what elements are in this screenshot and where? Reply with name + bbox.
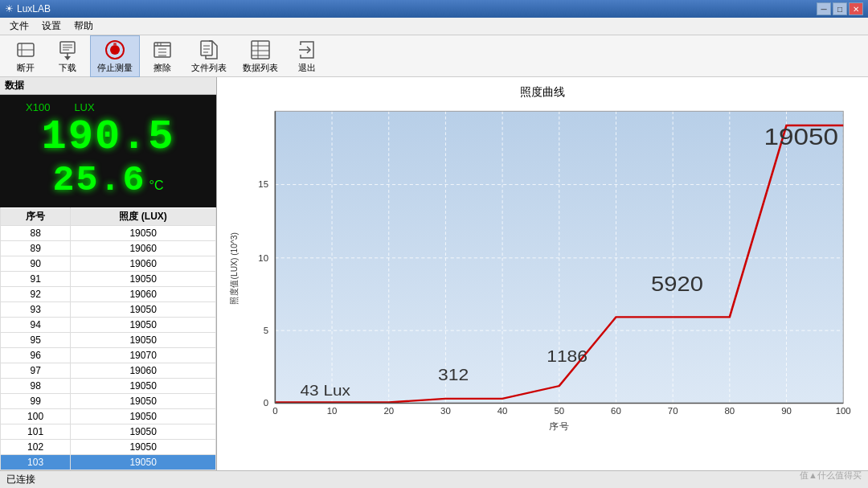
watermark: 值▲什么值得买 bbox=[800, 470, 862, 482]
menu-file[interactable]: 文件 bbox=[3, 18, 35, 35]
svg-text:312: 312 bbox=[438, 366, 469, 385]
svg-text:照度值(LUX) (10^3): 照度值(LUX) (10^3) bbox=[228, 232, 239, 304]
svg-text:60: 60 bbox=[611, 407, 621, 416]
svg-text:序号: 序号 bbox=[549, 421, 569, 432]
table-row[interactable]: 10019050 bbox=[1, 409, 216, 424]
cell-seq: 97 bbox=[1, 363, 71, 379]
download-icon bbox=[56, 39, 79, 61]
cell-lux: 19070 bbox=[71, 348, 216, 363]
svg-text:0: 0 bbox=[272, 407, 277, 416]
table-row[interactable]: 9519050 bbox=[1, 333, 216, 348]
menubar: 文件 设置 帮助 bbox=[0, 18, 868, 35]
table-row[interactable]: 8819050 bbox=[1, 226, 216, 241]
svg-text:0: 0 bbox=[264, 399, 268, 408]
data-table: 序号 照度 (LUX) 8619060871905088190508919060… bbox=[0, 207, 216, 470]
cell-seq: 89 bbox=[1, 241, 71, 256]
table-row[interactable]: 8919060 bbox=[1, 241, 216, 256]
file-list-button[interactable]: 文件列表 bbox=[185, 36, 233, 76]
cell-lux: 19050 bbox=[71, 379, 216, 394]
table-row[interactable]: 9219060 bbox=[1, 287, 216, 302]
cell-seq: 103 bbox=[1, 455, 71, 470]
data-list-icon bbox=[249, 39, 272, 61]
cell-seq: 96 bbox=[1, 348, 71, 363]
svg-text:50: 50 bbox=[554, 407, 564, 416]
minimize-button[interactable]: ─ bbox=[817, 2, 831, 15]
col-lux: 照度 (LUX) bbox=[71, 207, 216, 225]
svg-text:30: 30 bbox=[440, 407, 451, 416]
cell-lux: 19050 bbox=[71, 455, 216, 470]
exit-button[interactable]: 退出 bbox=[288, 36, 326, 76]
exit-icon bbox=[296, 39, 318, 61]
lux-label: LUX bbox=[74, 101, 94, 113]
data-section-label: 数据 bbox=[0, 77, 216, 95]
titlebar: ☀ LuxLAB ─ □ ✕ bbox=[0, 0, 868, 18]
temp-value: 25.6 bbox=[53, 160, 146, 201]
col-seq: 序号 bbox=[1, 207, 71, 225]
table-row[interactable]: 9319050 bbox=[1, 302, 216, 318]
svg-text:20: 20 bbox=[383, 407, 394, 416]
cell-lux: 19060 bbox=[71, 241, 216, 256]
table-row[interactable]: 9419050 bbox=[1, 318, 216, 333]
cell-seq: 98 bbox=[1, 379, 71, 394]
table-row[interactable]: 10219050 bbox=[1, 440, 216, 455]
x100-label: X100 bbox=[26, 101, 50, 113]
celsius-symbol: °C bbox=[149, 178, 164, 193]
toolbar: 断开 下载 停止测量 擦除 文件列表 数据列表 退出 bbox=[0, 35, 868, 77]
cell-seq: 99 bbox=[1, 394, 71, 409]
cell-lux: 19050 bbox=[71, 440, 216, 455]
cell-lux: 19050 bbox=[71, 272, 216, 287]
svg-rect-12 bbox=[154, 43, 170, 57]
table-row[interactable]: 9019060 bbox=[1, 256, 216, 272]
disconnect-button[interactable]: 断开 bbox=[6, 36, 45, 76]
svg-text:70: 70 bbox=[668, 407, 678, 416]
table-row[interactable]: 9119050 bbox=[1, 272, 216, 287]
close-button[interactable]: ✕ bbox=[849, 2, 863, 15]
download-button[interactable]: 下载 bbox=[48, 36, 87, 76]
cell-lux: 19060 bbox=[71, 363, 216, 379]
cell-seq: 101 bbox=[1, 424, 71, 440]
cell-lux: 19060 bbox=[71, 256, 216, 272]
menu-settings[interactable]: 设置 bbox=[35, 18, 68, 35]
table-row[interactable]: 10119050 bbox=[1, 424, 216, 440]
display-panel: X100 LUX 190.5 25.6 °C bbox=[0, 95, 216, 207]
cell-lux: 19050 bbox=[71, 409, 216, 424]
cell-seq: 90 bbox=[1, 256, 71, 272]
svg-point-10 bbox=[110, 45, 120, 55]
table-row[interactable]: 9819050 bbox=[1, 379, 216, 394]
svg-text:5920: 5920 bbox=[651, 272, 703, 295]
svg-point-11 bbox=[113, 43, 117, 46]
statusbar: 已连接 bbox=[0, 470, 868, 488]
cell-lux: 19050 bbox=[71, 318, 216, 333]
window-controls: ─ □ ✕ bbox=[817, 2, 863, 15]
app-title: LuxLAB bbox=[17, 3, 817, 14]
svg-marker-5 bbox=[64, 56, 71, 60]
stop-measure-icon bbox=[104, 39, 126, 61]
table-row[interactable]: 9919050 bbox=[1, 394, 216, 409]
cell-lux: 19050 bbox=[71, 302, 216, 318]
svg-text:10: 10 bbox=[258, 253, 268, 262]
chart-title: 照度曲线 bbox=[225, 85, 860, 100]
data-table-container[interactable]: 序号 照度 (LUX) 8619060871905088190508919060… bbox=[0, 207, 216, 470]
display-labels: X100 LUX bbox=[10, 101, 207, 113]
chart-svg: 0 10 20 30 40 50 60 70 80 90 100 序号 0 5 … bbox=[225, 104, 860, 441]
menu-help[interactable]: 帮助 bbox=[68, 18, 100, 35]
cell-lux: 19050 bbox=[71, 226, 216, 241]
table-row[interactable]: 9719060 bbox=[1, 363, 216, 379]
cell-seq: 88 bbox=[1, 226, 71, 241]
main-display-value: 190.5 bbox=[10, 117, 207, 158]
svg-text:80: 80 bbox=[724, 407, 735, 416]
cell-seq: 91 bbox=[1, 272, 71, 287]
data-list-button[interactable]: 数据列表 bbox=[236, 36, 285, 76]
disconnect-icon bbox=[14, 39, 37, 61]
stop-measure-button[interactable]: 停止测量 bbox=[90, 35, 140, 77]
svg-text:10: 10 bbox=[327, 407, 338, 416]
erase-button[interactable]: 擦除 bbox=[143, 36, 182, 76]
table-row[interactable]: 10319050 bbox=[1, 455, 216, 470]
maximize-button[interactable]: □ bbox=[833, 2, 847, 15]
svg-text:19050: 19050 bbox=[764, 123, 837, 150]
table-row[interactable]: 9619070 bbox=[1, 348, 216, 363]
file-list-icon bbox=[198, 39, 220, 61]
cell-seq: 93 bbox=[1, 302, 71, 318]
svg-text:40: 40 bbox=[497, 407, 508, 416]
svg-text:15: 15 bbox=[258, 180, 268, 189]
